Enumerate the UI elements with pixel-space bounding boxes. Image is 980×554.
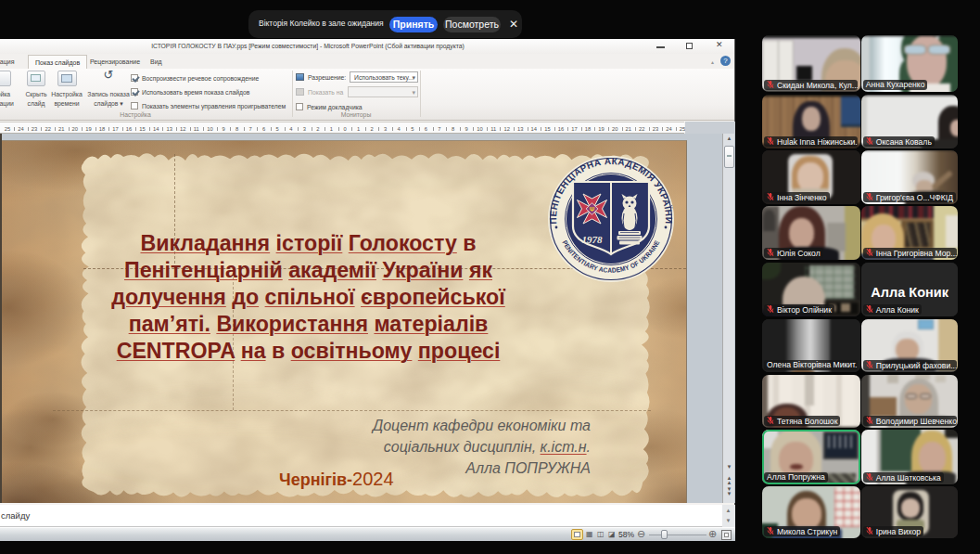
svg-text:1978: 1978 [582, 234, 604, 245]
svg-text:Ψ: Ψ [590, 206, 595, 213]
